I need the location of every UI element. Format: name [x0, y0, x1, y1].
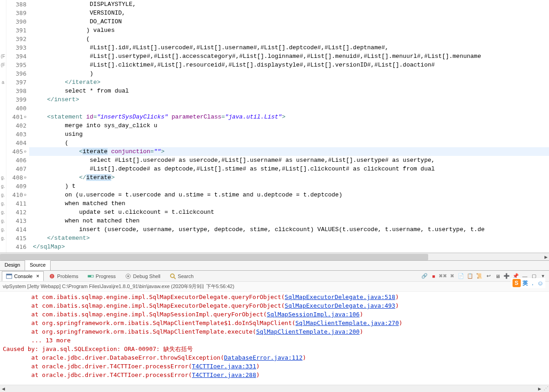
ime-logo-icon[interactable]: S	[513, 279, 521, 287]
fold-toggle-icon[interactable]: ⊖	[24, 113, 26, 121]
code-line[interactable]: #List[].deptcode# as deptcode,#List[].st…	[33, 165, 549, 173]
fold-toggle-icon[interactable]: ⊖	[24, 147, 26, 156]
line-number[interactable]: 391	[6, 26, 26, 35]
remove-all-button[interactable]: ✖✖	[439, 272, 447, 280]
link-button[interactable]: 🔗	[420, 272, 429, 280]
code-line[interactable]: </iterate>	[33, 78, 549, 87]
fold-toggle-icon[interactable]: ⊖	[24, 173, 26, 182]
line-number[interactable]: 405⊖	[6, 147, 26, 156]
fold-toggle-icon[interactable]: ⊖	[24, 191, 26, 199]
tab-problems[interactable]: !Problems	[45, 271, 82, 281]
remove-button[interactable]: ✖	[448, 272, 456, 280]
code-viewport[interactable]: DISPLAYSTYLE, VERSIONID, DO_ACTION ) val…	[29, 0, 549, 253]
code-line[interactable]: insert (usercode, username, usertype, de…	[33, 225, 549, 234]
doc-a-button[interactable]: 📄	[457, 272, 465, 280]
stacktrace-link[interactable]: SqlMapExecutorDelegate.java:518	[285, 294, 395, 300]
wrap-button[interactable]: ↩	[484, 272, 492, 280]
line-number[interactable]: 407	[6, 165, 26, 173]
tab-source[interactable]: Source	[25, 260, 51, 270]
code-line[interactable]: </statement>	[33, 234, 549, 242]
line-number[interactable]: 396	[6, 69, 26, 78]
scroll-right-icon[interactable]: ▶	[543, 254, 549, 260]
stacktrace-link[interactable]: SqlMapClientTemplate.java:200	[256, 328, 360, 335]
code-line[interactable]: #List[].clicktime#,#List[].resourceid#,#…	[33, 61, 549, 69]
line-number[interactable]: 406	[6, 156, 26, 165]
line-number[interactable]: 416	[6, 242, 26, 251]
code-line[interactable]: VERSIONID,	[33, 9, 549, 17]
line-number[interactable]: 414	[6, 225, 26, 234]
code-line[interactable]: )	[33, 69, 549, 78]
line-number-gutter[interactable]: 3883893903913923933943953963973983994004…	[6, 0, 29, 253]
code-line[interactable]: <statement id="insertSysDayClicks" param…	[33, 113, 549, 121]
code-line[interactable]: update set u.clickcount = t.clickcount	[33, 208, 549, 217]
new-console-button[interactable]: ➕	[502, 272, 511, 280]
line-number[interactable]: 397	[6, 78, 26, 87]
console-output[interactable]: at com.ibatis.sqlmap.engine.impl.SqlMapE…	[0, 292, 549, 385]
editor-horizontal-scrollbar[interactable]: ◀ ▶	[0, 253, 549, 260]
line-number[interactable]: 400	[6, 104, 26, 113]
code-line[interactable]: <iterate conjunction="">	[29, 147, 549, 156]
code-line[interactable]: when matched then	[33, 199, 549, 208]
scroll-right-icon[interactable]: ▶	[536, 386, 543, 392]
tab-console[interactable]: Console✕	[2, 271, 44, 281]
scroll-left-icon[interactable]: ◀	[0, 386, 6, 392]
code-line[interactable]: merge into sys_day_click u	[33, 121, 549, 130]
line-number[interactable]: 388	[6, 0, 26, 9]
line-number[interactable]: 409	[6, 182, 26, 191]
code-line[interactable]: on (u.usercode = t.usercode and u.stime …	[33, 191, 549, 199]
stacktrace-link[interactable]: T4CTTIoer.java:331	[192, 363, 256, 370]
line-number[interactable]: 413	[6, 217, 26, 225]
line-number[interactable]: 402	[6, 121, 26, 130]
doc-b-button[interactable]: 📋	[466, 272, 474, 280]
stacktrace-link[interactable]: T4CTTIoer.java:288	[192, 371, 256, 378]
line-number[interactable]: 403	[6, 130, 26, 139]
ime-punct[interactable]: ，	[530, 279, 535, 287]
tab-search[interactable]: Search	[166, 271, 198, 281]
close-icon[interactable]: ✕	[36, 274, 40, 279]
stacktrace-link[interactable]: SqlMapExecutorDelegate.java:493	[285, 302, 395, 309]
line-number[interactable]: 415	[6, 234, 26, 242]
scrollbar-thumb[interactable]	[0, 254, 428, 260]
stacktrace-link[interactable]: SqlMapSessionImpl.java:106	[267, 311, 360, 318]
line-number[interactable]: 404	[6, 139, 26, 147]
code-line[interactable]: </iterate>	[33, 173, 549, 182]
tab-progress[interactable]: Progress	[83, 271, 120, 281]
code-line[interactable]: DISPLAYSTYLE,	[33, 0, 549, 9]
ime-lang[interactable]: 英	[523, 279, 528, 287]
code-line[interactable]: </insert>	[33, 95, 549, 104]
code-line[interactable]: using	[33, 130, 549, 139]
console-horizontal-scrollbar[interactable]: ◀ ▶ ⋰	[0, 385, 549, 392]
stacktrace-link[interactable]: DatabaseError.java:112	[224, 354, 302, 361]
tab-design[interactable]: Design	[0, 261, 25, 270]
code-line[interactable]: select * from dual	[33, 87, 549, 95]
line-number[interactable]: 394	[6, 52, 26, 61]
code-line[interactable]: ) values	[33, 26, 549, 35]
code-line[interactable]: ) t	[33, 182, 549, 191]
resize-grip-icon[interactable]: ⋰	[543, 385, 549, 392]
line-number[interactable]: 389	[6, 9, 26, 17]
code-line[interactable]	[33, 104, 549, 113]
line-number[interactable]: 410⊖	[6, 191, 26, 199]
line-number[interactable]: 390	[6, 17, 26, 26]
code-line[interactable]: DO_ACTION	[33, 17, 549, 26]
line-number[interactable]: 408⊖	[6, 173, 26, 182]
scroll-lock-button[interactable]: 📜	[475, 272, 483, 280]
code-line[interactable]: select #List[].usercode# as usercode,#Li…	[33, 156, 549, 165]
line-number[interactable]: 395	[6, 61, 26, 69]
code-line[interactable]: (	[33, 139, 549, 147]
code-line[interactable]: when not matched then	[33, 217, 549, 225]
line-number[interactable]: 412	[6, 208, 26, 217]
code-content[interactable]: DISPLAYSTYLE, VERSIONID, DO_ACTION ) val…	[29, 0, 549, 251]
code-line[interactable]: #List[].usertype#,#List[].accesscategory…	[33, 52, 549, 61]
stop-button[interactable]: ■	[430, 272, 438, 280]
line-number[interactable]: 392	[6, 35, 26, 43]
stacktrace-link[interactable]: SqlMapClientTemplate.java:270	[295, 320, 399, 326]
code-line[interactable]: #List[].id#,#List[].usercode#,#List[].us…	[33, 43, 549, 52]
ime-smile-icon[interactable]: ☺	[537, 279, 544, 287]
line-number[interactable]: 398	[6, 87, 26, 95]
console-view-button[interactable]: 🖥	[493, 272, 502, 280]
line-number[interactable]: 401⊖	[6, 113, 26, 121]
code-line[interactable]: </sqlMap>	[33, 242, 549, 251]
tab-debug[interactable]: Debug Shell	[121, 271, 165, 281]
line-number[interactable]: 399	[6, 95, 26, 104]
